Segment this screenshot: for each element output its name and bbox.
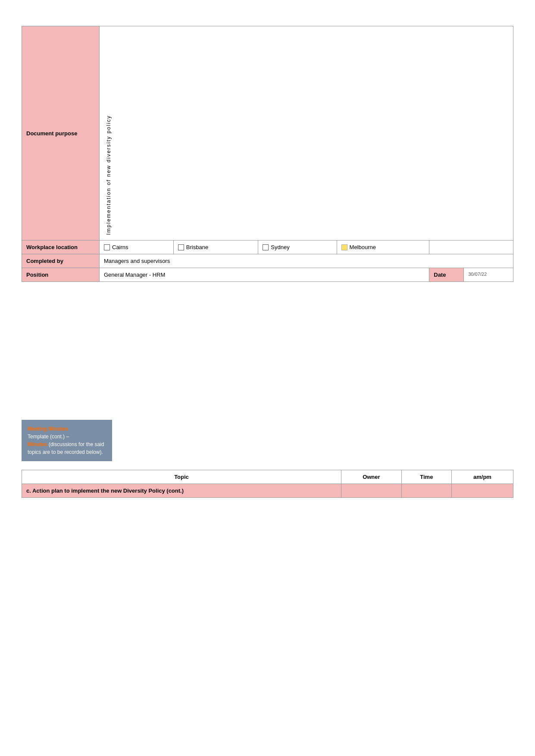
sidebar-highlight-line: Minutes (discussions for the said topics…: [28, 440, 106, 456]
sidebar-title: Meeting Minutes: [28, 425, 106, 433]
brisbane-checkbox[interactable]: [178, 244, 184, 250]
checkbox-brisbane[interactable]: Brisbane: [173, 241, 258, 254]
cairns-label: Cairns: [112, 244, 128, 250]
sidebar-cont: (cont.) –: [50, 434, 69, 440]
workplace-location-label: Workplace location: [22, 241, 100, 254]
document-purpose-label: Document purpose: [22, 26, 100, 241]
completed-by-value: Managers and supervisors: [100, 254, 513, 268]
col-ampm: am/pm: [451, 470, 513, 484]
sidebar-subtitle-line: Template (cont.) –: [28, 433, 106, 440]
completed-by-label: Completed by: [22, 254, 100, 268]
sydney-checkbox[interactable]: [263, 244, 269, 250]
action-time: [401, 484, 451, 498]
document-purpose-text: Implementation of new diversity policy: [104, 30, 113, 237]
checkbox-sydney[interactable]: Sydney: [258, 241, 337, 254]
action-owner: [341, 484, 402, 498]
action-ampm: [451, 484, 513, 498]
melbourne-checkbox[interactable]: [341, 244, 347, 250]
position-label: Position: [22, 268, 100, 282]
melbourne-label: Melbourne: [350, 244, 376, 250]
position-value: General Manager - HRM: [100, 268, 429, 282]
cairns-checkbox[interactable]: [104, 244, 110, 250]
checkbox-cairns[interactable]: Cairns: [100, 241, 174, 254]
col-owner: Owner: [341, 470, 402, 484]
bottom-section: Meeting Minutes Template (cont.) – Minut…: [22, 420, 513, 498]
brisbane-label: Brisbane: [186, 244, 208, 250]
date-label: Date: [429, 268, 464, 282]
action-topic: c. Action plan to implement the new Dive…: [22, 484, 341, 498]
sidebar-card: Meeting Minutes Template (cont.) – Minut…: [22, 420, 112, 461]
checkbox-melbourne[interactable]: Melbourne: [337, 241, 429, 254]
minutes-table: Topic Owner Time am/pm c. Action plan to…: [22, 470, 513, 498]
col-time: Time: [401, 470, 451, 484]
sydney-label: Sydney: [271, 244, 289, 250]
table-row: c. Action plan to implement the new Dive…: [22, 484, 513, 498]
document-purpose-content: Implementation of new diversity policy: [100, 26, 513, 241]
date-value: 30/07/22: [464, 268, 513, 282]
sidebar-subtitle: Template: [28, 434, 49, 440]
document-info-table: Document purpose Implementation of new d…: [22, 26, 513, 282]
sidebar-highlight: Minutes: [28, 441, 47, 447]
col-topic: Topic: [22, 470, 341, 484]
sidebar-title-text: Meeting Minutes: [28, 426, 68, 432]
